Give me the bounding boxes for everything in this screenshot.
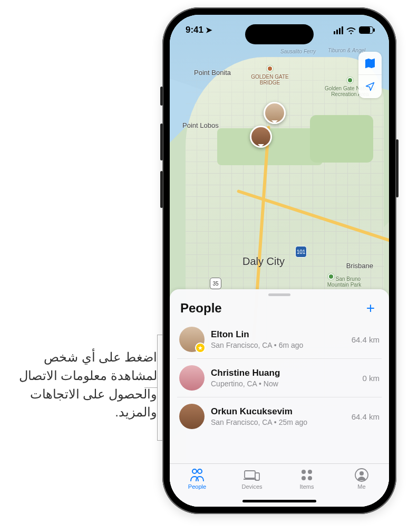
person-row[interactable]: Orkun Kucuksevim San Francisco, CA • 25m… [177, 397, 382, 435]
map-label: Point Lobos [182, 121, 219, 129]
poi-dot-icon [347, 77, 353, 83]
map-ferry-label: Sausalito Ferry [280, 49, 316, 54]
route-shield: 101 [295, 246, 307, 258]
avatar [179, 365, 205, 391]
tab-label: People [188, 483, 206, 490]
locate-me-button[interactable] [358, 75, 382, 98]
person-distance: 64.4 km [352, 335, 380, 344]
person-name: Orkun Kucuksevim [211, 406, 345, 417]
me-icon [355, 468, 368, 482]
side-button [396, 139, 399, 197]
person-location: San Francisco, CA [211, 341, 272, 349]
route-shield: 35 [210, 278, 221, 289]
svg-point-1 [198, 469, 202, 473]
people-list: ★ Elton Lin San Francisco, CA • 6m ago 6… [170, 320, 389, 463]
screen: 9:41 ➤ Point Bonita GOLDEN GA [170, 15, 389, 507]
battery-icon [359, 26, 373, 34]
person-subtitle: Cupertino, CA • Now [211, 379, 356, 388]
person-location: San Francisco, CA [211, 418, 272, 426]
person-distance: 0 km [362, 374, 380, 383]
tab-label: Devices [241, 483, 262, 490]
location-services-icon: ➤ [206, 25, 212, 35]
svg-rect-2 [245, 471, 255, 478]
tab-label: Items [300, 483, 314, 490]
svg-point-6 [302, 476, 306, 480]
map-label: Daly City [242, 255, 285, 268]
wifi-icon [346, 26, 356, 34]
person-name: Elton Lin [211, 329, 345, 340]
side-button [160, 124, 163, 160]
person-subtitle: San Francisco, CA • 25m ago [211, 418, 345, 426]
location-arrow-icon [365, 81, 375, 92]
avatar [179, 404, 205, 429]
plus-icon: + [366, 300, 375, 316]
status-time: 9:41 [186, 25, 203, 35]
poi-dot-icon [267, 65, 273, 72]
map-person-marker[interactable] [250, 126, 272, 148]
person-timestamp: 6m ago [279, 341, 304, 349]
map-label: Point Bonita [194, 69, 231, 77]
callout-connector [157, 335, 158, 440]
svg-point-7 [308, 476, 312, 480]
add-person-button[interactable]: + [363, 300, 378, 316]
people-icon [189, 468, 205, 482]
map-label-text: GOLDEN GATE BRIDGE [251, 74, 289, 86]
callout-connector [144, 387, 157, 388]
person-timestamp: 25m ago [279, 418, 307, 426]
map-poi-label: GOLDEN GATE BRIDGE [249, 65, 291, 86]
tab-label: Me [357, 483, 365, 490]
favorite-star-icon: ★ [195, 343, 206, 353]
person-distance: 64.4 km [352, 412, 380, 421]
home-indicator[interactable] [242, 500, 316, 502]
map-mode-button[interactable] [358, 52, 382, 75]
tab-people[interactable]: People [170, 464, 225, 507]
svg-point-0 [192, 469, 197, 473]
map-controls [358, 52, 382, 98]
sheet-grabber[interactable] [268, 293, 290, 296]
map-icon [364, 58, 376, 69]
tab-me[interactable]: Me [334, 464, 389, 507]
iphone-frame: 9:41 ➤ Point Bonita GOLDEN GA [162, 7, 396, 514]
person-name: Christine Huang [211, 368, 356, 378]
svg-point-9 [360, 471, 364, 476]
side-button [160, 171, 163, 208]
sheet-title: People [180, 301, 222, 316]
map-label: Brisbane [346, 262, 373, 270]
separator: • [272, 341, 279, 349]
side-button [160, 87, 163, 106]
map-poi-label: San Bruno Mountain Park [320, 273, 368, 288]
people-sheet: People + ★ Elton Lin San Francisco, CA •… [170, 289, 389, 507]
person-row[interactable]: Christine Huang Cupertino, CA • Now 0 km [177, 358, 382, 397]
items-icon [300, 468, 314, 482]
map-park [310, 115, 373, 163]
person-timestamp: Now [264, 379, 278, 388]
cellular-signal-icon [334, 26, 343, 34]
person-location: Cupertino, CA [211, 379, 257, 388]
map-person-marker[interactable] [264, 102, 286, 124]
separator: • [257, 379, 264, 388]
svg-point-5 [308, 470, 312, 474]
svg-point-4 [302, 470, 306, 474]
devices-icon [244, 468, 260, 482]
separator: • [272, 418, 279, 426]
poi-dot-icon [328, 273, 334, 280]
avatar: ★ [179, 327, 205, 352]
map-ferry-label: Tiburon & Angel [328, 48, 365, 53]
dynamic-island [245, 24, 314, 44]
person-row[interactable]: ★ Elton Lin San Francisco, CA • 6m ago 6… [177, 320, 382, 358]
person-subtitle: San Francisco, CA • 6m ago [211, 341, 345, 349]
annotation-callout: اضغط على أي شخص لمشاهدة معلومات الاتصال … [5, 348, 157, 422]
